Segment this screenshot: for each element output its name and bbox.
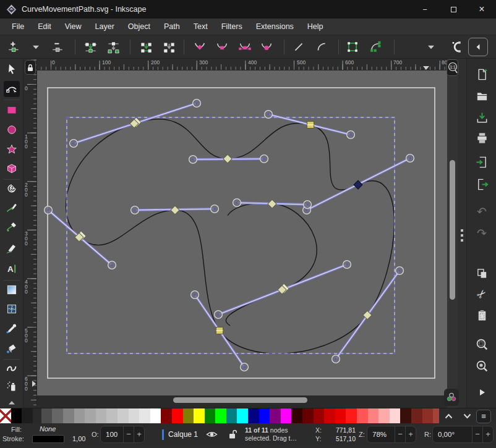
- tool-star[interactable]: [4, 142, 20, 158]
- tool-box-3d[interactable]: [4, 161, 20, 177]
- tool-text[interactable]: A: [4, 261, 20, 277]
- color-swatch[interactable]: [411, 408, 422, 423]
- tool-pen[interactable]: [4, 219, 20, 235]
- menu-item[interactable]: Extensions: [249, 19, 301, 35]
- join-nodes-icon[interactable]: [82, 39, 98, 55]
- tool-selector[interactable]: [4, 61, 20, 77]
- tool-ellipse[interactable]: [4, 122, 20, 138]
- rotation-spinner[interactable]: 0,00° − +: [432, 426, 494, 443]
- opacity-spinner[interactable]: 100 − +: [100, 426, 145, 443]
- color-swatch[interactable]: [324, 408, 335, 423]
- menu-item[interactable]: Layer: [88, 19, 121, 35]
- segment-curve-icon[interactable]: [314, 39, 330, 55]
- layer-name[interactable]: Calque 1: [168, 430, 198, 439]
- tool-dropper[interactable]: [4, 321, 20, 337]
- color-swatch[interactable]: [237, 408, 248, 423]
- vertical-scrollbar[interactable]: [447, 59, 458, 408]
- node-symmetric-icon[interactable]: [237, 39, 253, 55]
- insert-node-icon[interactable]: [6, 39, 22, 55]
- color-display-mode-widget[interactable]: [444, 389, 459, 406]
- color-swatch[interactable]: [106, 408, 118, 423]
- menu-item[interactable]: File: [5, 19, 31, 35]
- delete-segment-icon[interactable]: [161, 39, 177, 55]
- color-swatch[interactable]: [390, 408, 401, 423]
- tool-gradient[interactable]: [4, 282, 20, 298]
- ruler-lock-icon[interactable]: [25, 60, 36, 75]
- zoom-plus-button[interactable]: +: [405, 426, 416, 442]
- redo-icon[interactable]: ↷: [474, 226, 489, 240]
- color-swatch[interactable]: [248, 408, 259, 423]
- minimize-button[interactable]: −: [411, 0, 439, 19]
- horizontal-scrollbar[interactable]: [37, 395, 447, 405]
- command-bar-more-icon[interactable]: [474, 385, 489, 400]
- color-swatch[interactable]: [85, 408, 96, 423]
- color-swatch[interactable]: [291, 408, 302, 423]
- color-swatch[interactable]: [129, 408, 140, 423]
- color-swatch[interactable]: [96, 408, 107, 423]
- object-to-path-icon[interactable]: [344, 39, 361, 55]
- swatch-none[interactable]: [0, 408, 11, 423]
- undo-icon[interactable]: ↶: [474, 204, 489, 219]
- zoom-spinner[interactable]: 78% − +: [367, 426, 416, 443]
- tool-mesh-gradient[interactable]: [4, 301, 20, 317]
- color-swatch[interactable]: [346, 408, 357, 423]
- color-swatch[interactable]: [183, 408, 194, 423]
- rotation-minus-button[interactable]: −: [472, 426, 482, 442]
- vertical-scrollbar-thumb[interactable]: [450, 160, 455, 300]
- zoom-selection-icon[interactable]: [474, 337, 489, 352]
- palette-menu-icon[interactable]: ≡: [476, 410, 491, 423]
- tool-spray[interactable]: [4, 378, 20, 394]
- layer-visibility-icon[interactable]: [206, 430, 218, 440]
- color-swatch[interactable]: [118, 408, 129, 423]
- color-swatch[interactable]: [270, 408, 281, 423]
- color-swatch[interactable]: [139, 408, 150, 423]
- color-swatch[interactable]: [314, 408, 325, 423]
- fill-value[interactable]: None: [40, 425, 56, 433]
- export-icon[interactable]: [474, 177, 489, 192]
- stroke-to-path-icon[interactable]: [367, 39, 383, 55]
- color-swatch[interactable]: [226, 408, 237, 423]
- palette-scroll-up-icon[interactable]: [439, 413, 458, 420]
- color-swatch[interactable]: [335, 408, 346, 423]
- menu-item[interactable]: Path: [157, 19, 187, 35]
- menu-item[interactable]: Filters: [215, 19, 249, 35]
- node-corner-icon[interactable]: [192, 39, 208, 55]
- vertical-ruler[interactable]: 0100200300400500600: [24, 59, 37, 408]
- stroke-width[interactable]: 1,00: [72, 435, 85, 442]
- tool-rectangle[interactable]: [4, 102, 20, 118]
- layer-lock-icon[interactable]: [228, 429, 237, 441]
- menu-item[interactable]: Text: [187, 19, 215, 35]
- insert-node-options-icon[interactable]: [28, 39, 44, 55]
- opacity-minus-button[interactable]: −: [123, 426, 134, 442]
- zoom-1-1-button[interactable]: 1:1: [447, 59, 458, 76]
- color-swatch[interactable]: [172, 408, 183, 423]
- snapping-icon[interactable]: [449, 39, 465, 55]
- delete-node-icon[interactable]: [49, 39, 66, 55]
- color-swatch[interactable]: [161, 408, 172, 423]
- color-swatch[interactable]: [52, 408, 63, 423]
- tool-paint-bucket[interactable]: [4, 340, 20, 357]
- more-options-icon[interactable]: [423, 39, 439, 55]
- color-swatch[interactable]: [194, 408, 205, 423]
- menu-item[interactable]: Edit: [31, 19, 58, 35]
- zoom-value[interactable]: 78%: [367, 431, 395, 438]
- opacity-plus-button[interactable]: +: [134, 426, 144, 442]
- collapse-panel-button[interactable]: [468, 38, 488, 56]
- color-swatch[interactable]: [259, 408, 270, 423]
- menu-item[interactable]: Help: [301, 19, 330, 35]
- tool-node-editor[interactable]: [4, 81, 20, 97]
- duplicate-icon[interactable]: [474, 266, 489, 281]
- break-nodes-icon[interactable]: [105, 39, 121, 55]
- color-swatch[interactable]: [41, 408, 53, 423]
- color-swatch[interactable]: [302, 408, 314, 423]
- import-icon[interactable]: [474, 154, 489, 169]
- color-swatch[interactable]: [150, 408, 161, 423]
- save-icon[interactable]: [474, 110, 489, 125]
- node-smooth-icon[interactable]: [214, 39, 230, 55]
- zoom-minus-button[interactable]: −: [395, 426, 405, 442]
- color-swatch[interactable]: [378, 408, 390, 423]
- maximize-button[interactable]: [439, 0, 468, 19]
- horizontal-ruler[interactable]: 0100200300400500600700800: [37, 59, 447, 70]
- print-icon[interactable]: [474, 130, 489, 145]
- menu-item[interactable]: Object: [121, 19, 157, 35]
